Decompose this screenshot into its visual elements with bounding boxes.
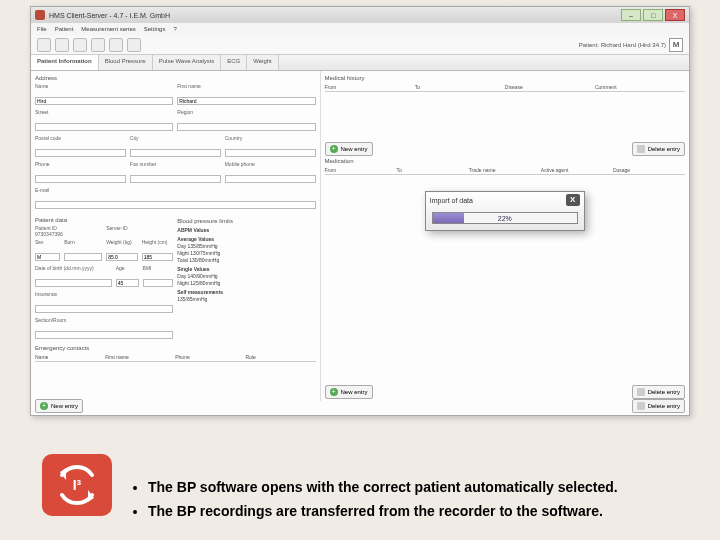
new-entry-button-mh[interactable]: +New entry [325,142,373,156]
note-line-1: The BP software opens with the correct p… [148,478,680,496]
medical-history-header: Medical history [325,75,685,81]
patient-id-value: 9730347396 [35,231,102,237]
em-col-phone: Phone [175,354,245,360]
name-input[interactable] [35,97,173,105]
self-meas-value: 135/85mmHg [177,296,315,303]
height-label: Height (cm) [142,239,174,245]
progress-bar: 22% [432,212,578,224]
menu-patient[interactable]: Patient [55,26,74,32]
new-entry-button-right[interactable]: +New entry [325,385,373,399]
em-col-name: Name [35,354,105,360]
new-entry-button-left[interactable]: +New entry [35,399,83,401]
avg-total-value: 130/80mmHg [189,257,219,263]
abpm-values-header: ABPM Values [177,227,315,234]
menu-file[interactable]: File [37,26,47,32]
import-dialog: Import of data X 22% [425,191,585,231]
mh-col-to: To [415,84,505,90]
city-label: City [130,135,221,141]
menu-bar: File Patient Measurement series Settings… [31,23,689,35]
sex-input[interactable] [35,253,60,261]
insurance-input[interactable] [35,305,173,313]
region-input[interactable] [177,123,315,131]
street-input[interactable] [35,123,173,131]
left-column: Address Name First name Street Region Po… [31,71,321,401]
toolbar-icon-5[interactable] [109,38,123,52]
postal-input[interactable] [35,149,126,157]
insurance-label: Insurance [35,291,173,297]
tab-ecg[interactable]: ECG [221,55,247,70]
maximize-button[interactable]: □ [643,9,663,21]
self-meas-header: Self measurements [177,289,315,296]
dob-label: Date of birth (dd.mm.yyyy) [35,265,112,271]
toolbar-icon-6[interactable] [127,38,141,52]
toolbar-icon-4[interactable] [91,38,105,52]
medical-history-table-header: From To Disease Comment [325,83,685,92]
country-label: Country [225,135,316,141]
height-input[interactable] [142,253,174,261]
dob-input[interactable] [35,279,112,287]
menu-settings[interactable]: Settings [144,26,166,32]
close-button[interactable]: X [665,9,685,21]
mh-col-comment: Comment [595,84,685,90]
single-night-value: 125/80mmHg [190,280,220,286]
patient-badge-text: Patient: Richard Hard (Hird 34.7) [579,42,666,48]
fax-input[interactable] [130,175,221,183]
bp-limits-header: Blood pressure limits [177,217,315,225]
patient-data-header: Patient data [35,217,173,223]
tab-weight[interactable]: Weight [247,55,279,70]
single-night-label: Night [177,280,189,286]
age-input[interactable] [116,279,139,287]
tab-pwa[interactable]: Pulse Wave Analysis [153,55,221,70]
phone-input[interactable] [35,175,126,183]
tab-blood-pressure[interactable]: Blood Pressure [99,55,153,70]
country-input[interactable] [225,149,316,157]
avg-day-value: 135/85mmHg [188,243,218,249]
plus-icon: + [330,145,338,153]
plus-icon: + [330,388,338,396]
born-input[interactable] [64,253,102,261]
email-label: E-mail [35,187,316,193]
dialog-close-button[interactable]: X [566,194,580,206]
sex-label: Sex [35,239,60,245]
toolbar-icon-2[interactable] [55,38,69,52]
med-col-from: From [325,167,397,173]
delete-entry-button-mh[interactable]: Delete entry [632,142,685,156]
avg-night-value: 130/75mmHg [190,250,220,256]
mobile-input[interactable] [225,175,316,183]
weight-input[interactable] [106,253,138,261]
region-label: Region [177,109,315,115]
med-col-agent: Active agent [541,167,613,173]
em-col-role: Role [245,354,315,360]
firstname-input[interactable] [177,97,315,105]
toolbar-icon-3[interactable] [73,38,87,52]
delete-entry-button-right[interactable]: Delete entry [632,385,685,399]
avg-night-label: Night [177,250,189,256]
patient-gender-badge: M [669,38,683,52]
city-input[interactable] [130,149,221,157]
emergency-table-header: Name First name Phone Role [35,353,316,362]
window-title: HMS Client-Server - 4.7 - I.E.M. GmbH [49,12,170,19]
med-col-to: To [397,167,469,173]
postal-label: Postal code [35,135,126,141]
toolbar: Patient: Richard Hard (Hird 34.7) M [31,35,689,55]
mh-col-from: From [325,84,415,90]
em-col-first: First name [105,354,175,360]
right-column: Medical history From To Disease Comment … [321,71,689,401]
medication-header: Medication [325,158,685,164]
single-day-label: Day [177,273,186,279]
med-col-dosage: Dosage [613,167,685,173]
section-room-input[interactable] [35,331,173,339]
i3-logo: I³ [42,454,112,516]
server-id-label: Server-ID [106,225,173,231]
menu-help[interactable]: ? [173,26,176,32]
medication-table-header: From To Trade name Active agent Dosage [325,166,685,175]
email-input[interactable] [35,201,316,209]
bmi-input[interactable] [143,279,174,287]
minimize-button[interactable]: – [621,9,641,21]
single-values-header: Single Values [177,266,315,273]
trash-icon [637,145,645,153]
tab-patient-info[interactable]: Patient Information [31,55,99,70]
mobile-label: Mobile phone [225,161,316,167]
menu-measurement[interactable]: Measurement series [81,26,135,32]
toolbar-icon-1[interactable] [37,38,51,52]
